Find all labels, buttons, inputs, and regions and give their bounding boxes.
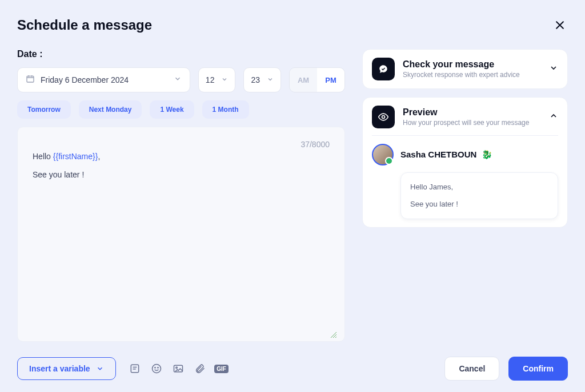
insert-variable-button[interactable]: Insert a variable bbox=[17, 357, 116, 380]
confirm-button[interactable]: Confirm bbox=[508, 357, 568, 381]
chevron-down-icon bbox=[221, 75, 228, 84]
check-subtitle: Skyrocket response with expert advice bbox=[403, 71, 541, 79]
svg-point-5 bbox=[157, 367, 158, 368]
chat-icon bbox=[372, 58, 395, 80]
message-editor[interactable]: 37/8000 Hello {{firstName}}, See you lat… bbox=[17, 127, 345, 342]
editor-text: See you later ! bbox=[33, 168, 330, 181]
chevron-down-icon bbox=[267, 75, 274, 84]
preview-name: Sasha CHETBOUN 🐉 bbox=[400, 149, 492, 160]
chevron-down-icon bbox=[549, 63, 558, 72]
pm-button[interactable]: PM bbox=[317, 68, 344, 92]
note-icon[interactable] bbox=[129, 362, 141, 375]
editor-text: Hello bbox=[33, 152, 53, 161]
bubble-line: See you later ! bbox=[410, 198, 548, 211]
chevron-down-icon bbox=[96, 365, 104, 373]
minute-select[interactable]: 23 bbox=[243, 67, 281, 92]
quick-one-week[interactable]: 1 Week bbox=[150, 100, 194, 119]
dragon-icon: 🐉 bbox=[482, 149, 492, 159]
preview-collapse[interactable] bbox=[549, 111, 558, 123]
svg-point-7 bbox=[175, 367, 177, 369]
bubble-line: Hello James, bbox=[410, 181, 548, 193]
svg-rect-2 bbox=[131, 365, 138, 372]
svg-point-3 bbox=[152, 365, 161, 373]
preview-bubble: Hello James, See you later ! bbox=[400, 172, 558, 219]
cancel-button[interactable]: Cancel bbox=[444, 357, 499, 381]
svg-point-4 bbox=[154, 367, 155, 368]
editor-content: Hello {{firstName}}, See you later ! bbox=[33, 150, 330, 181]
chevron-down-icon bbox=[174, 75, 182, 85]
am-button[interactable]: AM bbox=[290, 68, 317, 92]
editor-text: , bbox=[98, 152, 100, 161]
insert-variable-label: Insert a variable bbox=[29, 364, 90, 373]
close-icon bbox=[554, 19, 566, 31]
avatar bbox=[372, 144, 394, 165]
date-picker[interactable]: Friday 6 December 2024 bbox=[17, 67, 190, 92]
close-button[interactable] bbox=[552, 17, 568, 35]
emoji-icon[interactable] bbox=[150, 362, 163, 375]
check-message-panel: Check your message Skyrocket response wi… bbox=[362, 49, 568, 89]
resize-handle-icon[interactable] bbox=[331, 330, 336, 336]
gif-label: GIF bbox=[214, 365, 229, 373]
preview-panel: Preview How your prospect will see your … bbox=[362, 97, 568, 228]
date-value: Friday 6 December 2024 bbox=[41, 75, 129, 84]
variable-token: {{firstName}} bbox=[53, 152, 98, 161]
eye-icon bbox=[372, 106, 395, 128]
calendar-icon bbox=[26, 74, 35, 86]
preview-title: Preview bbox=[403, 107, 541, 118]
image-icon[interactable] bbox=[172, 362, 185, 375]
preview-name-text: Sasha CHETBOUN bbox=[400, 149, 476, 159]
quick-one-month[interactable]: 1 Month bbox=[202, 100, 249, 119]
svg-rect-0 bbox=[27, 76, 34, 82]
attachment-icon[interactable] bbox=[194, 362, 206, 375]
ampm-toggle: AM PM bbox=[289, 67, 345, 92]
quick-next-monday[interactable]: Next Monday bbox=[79, 100, 142, 119]
page-title: Schedule a message bbox=[17, 17, 152, 33]
preview-subtitle: How your prospect will see your message bbox=[403, 119, 541, 127]
hour-select[interactable]: 12 bbox=[198, 67, 236, 92]
check-expand[interactable] bbox=[549, 63, 558, 75]
check-title: Check your message bbox=[403, 59, 541, 70]
hour-value: 12 bbox=[206, 75, 215, 84]
gif-icon[interactable]: GIF bbox=[215, 362, 228, 375]
svg-point-1 bbox=[382, 116, 385, 119]
minute-value: 23 bbox=[251, 75, 260, 84]
chevron-up-icon bbox=[549, 111, 558, 120]
quick-tomorrow[interactable]: Tomorrow bbox=[17, 100, 71, 119]
date-label: Date : bbox=[17, 49, 345, 59]
char-counter: 37/8000 bbox=[300, 140, 330, 149]
